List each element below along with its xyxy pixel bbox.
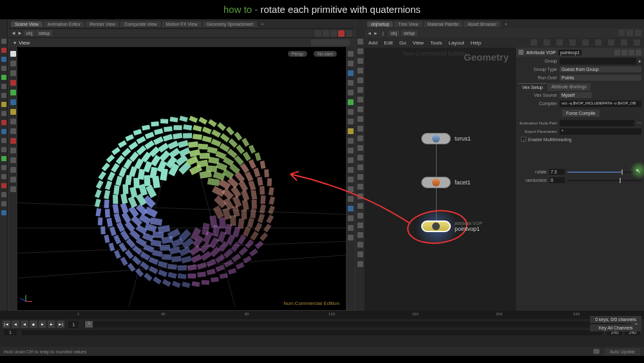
nav-back-icon[interactable]: ◄ xyxy=(367,31,372,35)
net-toolbar-icon[interactable] xyxy=(608,39,614,46)
shelf-icon[interactable] xyxy=(1,75,6,80)
display-option-icon[interactable] xyxy=(348,138,354,144)
view-toolbar-icon[interactable] xyxy=(330,39,337,46)
toolbar-icon[interactable] xyxy=(346,30,352,37)
tool-icon[interactable] xyxy=(10,148,16,153)
menu-add[interactable]: Add xyxy=(368,40,377,46)
field-eval-path[interactable] xyxy=(560,120,634,126)
shelf-icon[interactable] xyxy=(1,165,6,170)
view-toolbar-icon[interactable] xyxy=(324,39,330,46)
checkbox-multithread[interactable]: ✓ xyxy=(521,137,526,142)
network-canvas[interactable]: Non-Commercial Edition Geometry torus1 f… xyxy=(365,48,515,311)
shelf-icon[interactable] xyxy=(1,210,6,215)
tool-icon[interactable] xyxy=(10,99,16,105)
camera-dropdown[interactable]: No cam xyxy=(314,51,337,57)
nav-back-icon[interactable]: ◄ xyxy=(11,30,16,36)
tab-material-palette[interactable]: Material Palette xyxy=(424,21,463,27)
snap-icon[interactable] xyxy=(357,155,363,161)
tab-scene-view[interactable]: Scene View xyxy=(11,21,43,27)
node-facet[interactable]: facet1 xyxy=(421,177,471,188)
snap-icon[interactable] xyxy=(357,242,363,248)
tab-geo-spreadsheet[interactable]: Geometry Spreadsheet xyxy=(203,21,257,27)
snap-icon[interactable] xyxy=(357,87,363,93)
last-frame-icon[interactable]: ►| xyxy=(57,320,64,328)
field-rotate[interactable]: 7.3 xyxy=(549,169,565,175)
shelf-icon[interactable] xyxy=(1,48,6,53)
node-pointvop[interactable]: Attribute VOP pointvop1 xyxy=(421,221,482,232)
shelf-icon[interactable] xyxy=(1,93,6,98)
dropdown-group-type[interactable]: Guess from Group xyxy=(560,66,641,72)
tool-icon[interactable] xyxy=(10,90,16,95)
tool-icon[interactable] xyxy=(10,167,16,173)
current-frame-field[interactable]: 1 xyxy=(68,321,79,328)
tab-composite-view[interactable]: Composite View xyxy=(120,21,160,27)
toolbar-icon[interactable] xyxy=(323,30,329,37)
field-group[interactable] xyxy=(560,58,636,64)
display-option-icon[interactable] xyxy=(348,157,354,163)
range-start-field[interactable]: 1 xyxy=(4,329,17,335)
display-option-icon[interactable] xyxy=(348,128,354,134)
tab-attr-bindings[interactable]: Attribute Bindings xyxy=(547,83,591,91)
range-slider[interactable] xyxy=(22,330,602,335)
snap-icon[interactable] xyxy=(357,261,363,267)
snap-icon[interactable] xyxy=(357,116,363,122)
shelf-icon[interactable] xyxy=(1,183,6,188)
menu-view[interactable]: View xyxy=(413,40,424,46)
snap-icon[interactable] xyxy=(357,135,363,141)
display-option-icon[interactable] xyxy=(348,61,354,66)
menu-layout[interactable]: Layout xyxy=(449,40,464,46)
first-frame-icon[interactable]: |◄ xyxy=(3,320,10,328)
persp-dropdown[interactable]: Persp xyxy=(288,51,307,57)
display-option-icon[interactable] xyxy=(348,148,354,153)
view-toolbar-icon[interactable] xyxy=(337,39,343,46)
net-toolbar-icon[interactable] xyxy=(556,39,563,46)
menu-go[interactable]: Go xyxy=(399,40,406,46)
cloud-icon[interactable] xyxy=(593,349,600,354)
add-tab-icon[interactable]: + xyxy=(258,21,267,27)
field-compiler[interactable]: vcc -q $VOP_INCLUDEPATH -o $VOP_OB xyxy=(560,101,641,107)
snap-icon[interactable] xyxy=(357,77,363,83)
display-option-icon[interactable] xyxy=(348,90,354,95)
dropdown-vex-source[interactable]: Myself xyxy=(560,92,592,98)
shelf-icon[interactable] xyxy=(1,111,6,116)
select-tool-icon[interactable] xyxy=(10,51,16,57)
menu-help[interactable]: Help xyxy=(471,40,481,46)
play-back-icon[interactable]: ◄ xyxy=(21,320,28,328)
tool-icon[interactable] xyxy=(10,61,16,66)
dropdown-run-over[interactable]: Points xyxy=(560,75,641,81)
path-obj[interactable]: obj xyxy=(24,30,35,36)
tool-icon[interactable] xyxy=(10,157,16,163)
display-option-icon[interactable] xyxy=(348,99,354,105)
tab-tree-view[interactable]: Tree View xyxy=(394,21,422,27)
tool-icon[interactable] xyxy=(10,70,16,76)
tool-icon[interactable] xyxy=(10,119,16,124)
status-key-all[interactable]: Key All Channels xyxy=(590,324,641,331)
display-option-icon[interactable] xyxy=(348,80,354,86)
net-toolbar-icon[interactable] xyxy=(595,39,601,46)
param-name-field[interactable]: pointvop1 xyxy=(558,50,582,55)
stop-icon[interactable]: ■ xyxy=(30,320,37,328)
net-toolbar-icon[interactable] xyxy=(621,39,627,46)
button-force-compile[interactable]: Force Compile xyxy=(562,110,600,117)
pin-icon[interactable] xyxy=(636,50,641,55)
auto-update-dropdown[interactable]: Auto Update xyxy=(605,348,640,355)
add-tab-icon[interactable]: + xyxy=(502,21,510,27)
tab-vex-setup[interactable]: Vex Setup xyxy=(518,83,547,91)
view-toolbar-icon[interactable] xyxy=(311,39,317,46)
path-obj[interactable]: obj xyxy=(388,30,399,36)
net-toolbar-icon[interactable] xyxy=(531,39,537,46)
toolbar-icon[interactable] xyxy=(315,30,321,37)
net-toolbar-icon[interactable] xyxy=(582,39,589,46)
tool-icon[interactable] xyxy=(10,80,16,86)
frame-scrubber[interactable]: 1 xyxy=(84,321,626,328)
info-icon[interactable] xyxy=(621,50,627,55)
shelf-icon[interactable] xyxy=(1,84,6,89)
maximize-icon[interactable] xyxy=(635,30,641,36)
display-option-icon[interactable] xyxy=(348,70,354,76)
timeline-ruler[interactable]: 1 40 80 120 160 200 240 xyxy=(0,311,644,319)
shelf-icon[interactable] xyxy=(1,66,6,71)
view-menu-icon[interactable]: ▾ xyxy=(14,40,16,46)
toolbar-icon[interactable] xyxy=(330,30,337,37)
shelf-icon[interactable] xyxy=(1,120,6,125)
display-option-icon[interactable] xyxy=(348,119,354,124)
